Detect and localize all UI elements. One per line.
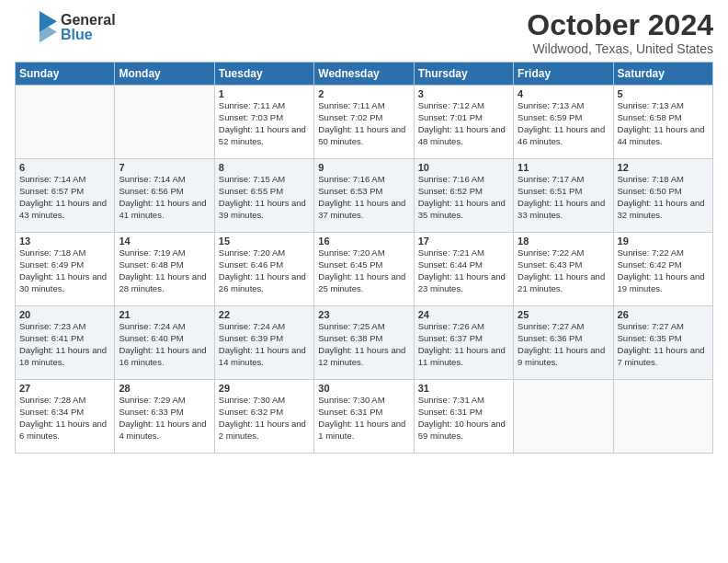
day-number: 10 [418, 162, 509, 173]
cell-w0-d0 [16, 86, 115, 159]
cell-info: Sunrise: 7:27 AM Sunset: 6:36 PM Dayligh… [518, 321, 609, 368]
day-number: 14 [119, 236, 210, 247]
day-number: 26 [618, 309, 709, 320]
day-number: 31 [418, 383, 509, 394]
cell-w3-d0: 20Sunrise: 7:23 AM Sunset: 6:41 PM Dayli… [16, 306, 115, 380]
day-number: 15 [219, 236, 310, 247]
cell-info: Sunrise: 7:13 AM Sunset: 6:59 PM Dayligh… [518, 100, 609, 147]
day-number: 2 [318, 88, 409, 99]
col-tuesday: Tuesday [214, 63, 313, 86]
cell-w4-d5 [514, 380, 613, 454]
cell-info: Sunrise: 7:11 AM Sunset: 7:02 PM Dayligh… [318, 100, 409, 147]
day-number: 18 [518, 236, 609, 247]
cell-w1-d2: 8Sunrise: 7:15 AM Sunset: 6:55 PM Daylig… [214, 159, 313, 233]
day-number: 23 [318, 309, 409, 320]
cell-w0-d4: 3Sunrise: 7:12 AM Sunset: 7:01 PM Daylig… [414, 86, 513, 159]
cell-w2-d2: 15Sunrise: 7:20 AM Sunset: 6:46 PM Dayli… [214, 233, 313, 306]
cell-w1-d0: 6Sunrise: 7:14 AM Sunset: 6:57 PM Daylig… [16, 159, 115, 233]
cell-w3-d2: 22Sunrise: 7:24 AM Sunset: 6:39 PM Dayli… [214, 306, 313, 380]
header: General Blue October 2024 Wildwood, Texa… [15, 9, 713, 56]
cell-info: Sunrise: 7:16 AM Sunset: 6:52 PM Dayligh… [418, 174, 509, 221]
cell-w1-d5: 11Sunrise: 7:17 AM Sunset: 6:51 PM Dayli… [514, 159, 613, 233]
day-number: 29 [219, 383, 310, 394]
week-row-0: 1Sunrise: 7:11 AM Sunset: 7:03 PM Daylig… [16, 86, 713, 159]
col-friday: Friday [514, 63, 613, 86]
cell-w3-d4: 24Sunrise: 7:26 AM Sunset: 6:37 PM Dayli… [414, 306, 513, 380]
cell-w0-d1 [115, 86, 214, 159]
cell-info: Sunrise: 7:29 AM Sunset: 6:33 PM Dayligh… [119, 395, 210, 442]
day-number: 19 [618, 236, 709, 247]
day-number: 5 [618, 88, 709, 99]
cell-info: Sunrise: 7:18 AM Sunset: 6:49 PM Dayligh… [19, 247, 110, 294]
day-number: 21 [119, 309, 210, 320]
day-number: 7 [119, 162, 210, 173]
cell-w0-d6: 5Sunrise: 7:13 AM Sunset: 6:58 PM Daylig… [613, 86, 712, 159]
week-row-3: 20Sunrise: 7:23 AM Sunset: 6:41 PM Dayli… [16, 306, 713, 380]
cell-w2-d1: 14Sunrise: 7:19 AM Sunset: 6:48 PM Dayli… [115, 233, 214, 306]
title-block: October 2024 Wildwood, Texas, United Sta… [527, 9, 713, 56]
cell-info: Sunrise: 7:30 AM Sunset: 6:32 PM Dayligh… [219, 395, 310, 442]
week-row-1: 6Sunrise: 7:14 AM Sunset: 6:57 PM Daylig… [16, 159, 713, 233]
cell-w2-d3: 16Sunrise: 7:20 AM Sunset: 6:45 PM Dayli… [314, 233, 414, 306]
cell-w0-d5: 4Sunrise: 7:13 AM Sunset: 6:59 PM Daylig… [514, 86, 613, 159]
cell-info: Sunrise: 7:14 AM Sunset: 6:57 PM Dayligh… [19, 174, 110, 221]
cell-info: Sunrise: 7:20 AM Sunset: 6:46 PM Dayligh… [219, 247, 310, 294]
day-number: 30 [318, 383, 409, 394]
subtitle: Wildwood, Texas, United States [527, 41, 713, 56]
cell-w1-d1: 7Sunrise: 7:14 AM Sunset: 6:56 PM Daylig… [115, 159, 214, 233]
cell-w0-d3: 2Sunrise: 7:11 AM Sunset: 7:02 PM Daylig… [314, 86, 414, 159]
day-number: 11 [518, 162, 609, 173]
page: General Blue October 2024 Wildwood, Texa… [0, 0, 728, 563]
day-number: 1 [219, 88, 310, 99]
cell-w4-d2: 29Sunrise: 7:30 AM Sunset: 6:32 PM Dayli… [214, 380, 313, 454]
cell-w4-d6 [613, 380, 712, 454]
cell-w1-d3: 9Sunrise: 7:16 AM Sunset: 6:53 PM Daylig… [314, 159, 414, 233]
cell-w1-d6: 12Sunrise: 7:18 AM Sunset: 6:50 PM Dayli… [613, 159, 712, 233]
cell-w4-d1: 28Sunrise: 7:29 AM Sunset: 6:33 PM Dayli… [115, 380, 214, 454]
day-number: 17 [418, 236, 509, 247]
cell-info: Sunrise: 7:16 AM Sunset: 6:53 PM Dayligh… [318, 174, 409, 221]
cell-info: Sunrise: 7:19 AM Sunset: 6:48 PM Dayligh… [119, 247, 210, 294]
day-number: 22 [219, 309, 310, 320]
logo: General Blue [15, 9, 116, 46]
header-row: Sunday Monday Tuesday Wednesday Thursday… [16, 63, 713, 86]
day-number: 12 [618, 162, 709, 173]
cell-info: Sunrise: 7:23 AM Sunset: 6:41 PM Dayligh… [19, 321, 110, 368]
cell-w0-d2: 1Sunrise: 7:11 AM Sunset: 7:03 PM Daylig… [214, 86, 313, 159]
cell-w3-d5: 25Sunrise: 7:27 AM Sunset: 6:36 PM Dayli… [514, 306, 613, 380]
cell-info: Sunrise: 7:21 AM Sunset: 6:44 PM Dayligh… [418, 247, 509, 294]
day-number: 4 [518, 88, 609, 99]
cell-info: Sunrise: 7:14 AM Sunset: 6:56 PM Dayligh… [119, 174, 210, 221]
cell-info: Sunrise: 7:11 AM Sunset: 7:03 PM Dayligh… [219, 100, 310, 147]
day-number: 16 [318, 236, 409, 247]
cell-info: Sunrise: 7:31 AM Sunset: 6:31 PM Dayligh… [418, 395, 509, 442]
cell-w3-d3: 23Sunrise: 7:25 AM Sunset: 6:38 PM Dayli… [314, 306, 414, 380]
day-number: 6 [19, 162, 110, 173]
logo-general-text: General [61, 13, 116, 28]
week-row-4: 27Sunrise: 7:28 AM Sunset: 6:34 PM Dayli… [16, 380, 713, 454]
day-number: 8 [219, 162, 310, 173]
cell-info: Sunrise: 7:22 AM Sunset: 6:42 PM Dayligh… [618, 247, 709, 294]
cell-info: Sunrise: 7:24 AM Sunset: 6:39 PM Dayligh… [219, 321, 310, 368]
calendar-table: Sunday Monday Tuesday Wednesday Thursday… [15, 62, 713, 454]
cell-info: Sunrise: 7:12 AM Sunset: 7:01 PM Dayligh… [418, 100, 509, 147]
cell-info: Sunrise: 7:30 AM Sunset: 6:31 PM Dayligh… [318, 395, 409, 442]
cell-info: Sunrise: 7:24 AM Sunset: 6:40 PM Dayligh… [119, 321, 210, 368]
cell-info: Sunrise: 7:15 AM Sunset: 6:55 PM Dayligh… [219, 174, 310, 221]
day-number: 27 [19, 383, 110, 394]
cell-w4-d3: 30Sunrise: 7:30 AM Sunset: 6:31 PM Dayli… [314, 380, 414, 454]
cell-w2-d5: 18Sunrise: 7:22 AM Sunset: 6:43 PM Dayli… [514, 233, 613, 306]
week-row-2: 13Sunrise: 7:18 AM Sunset: 6:49 PM Dayli… [16, 233, 713, 306]
day-number: 3 [418, 88, 509, 99]
cell-w2-d4: 17Sunrise: 7:21 AM Sunset: 6:44 PM Dayli… [414, 233, 513, 306]
cell-info: Sunrise: 7:18 AM Sunset: 6:50 PM Dayligh… [618, 174, 709, 221]
cell-info: Sunrise: 7:17 AM Sunset: 6:51 PM Dayligh… [518, 174, 609, 221]
main-title: October 2024 [527, 9, 713, 41]
cell-info: Sunrise: 7:20 AM Sunset: 6:45 PM Dayligh… [318, 247, 409, 294]
cell-w4-d0: 27Sunrise: 7:28 AM Sunset: 6:34 PM Dayli… [16, 380, 115, 454]
cell-w4-d4: 31Sunrise: 7:31 AM Sunset: 6:31 PM Dayli… [414, 380, 513, 454]
day-number: 13 [19, 236, 110, 247]
day-number: 24 [418, 309, 509, 320]
cell-info: Sunrise: 7:22 AM Sunset: 6:43 PM Dayligh… [518, 247, 609, 294]
cell-info: Sunrise: 7:26 AM Sunset: 6:37 PM Dayligh… [418, 321, 509, 368]
